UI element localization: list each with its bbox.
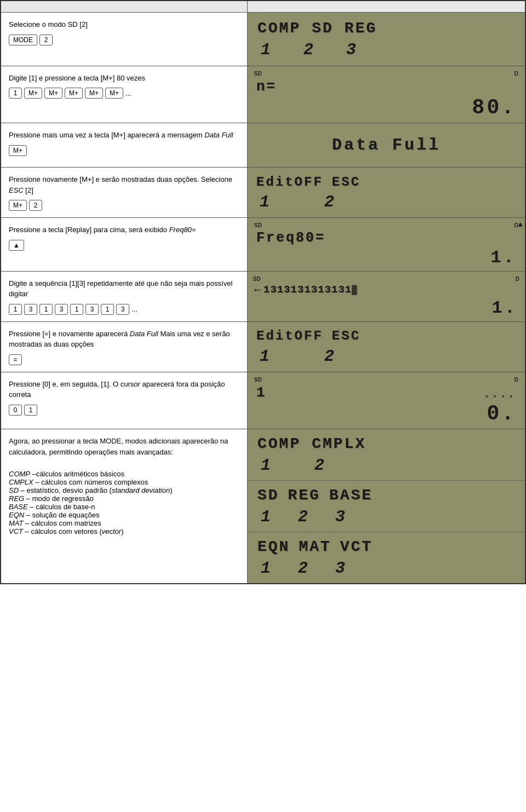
lcd-cursor-value: 0. bbox=[487, 402, 516, 425]
key-m-: M+ bbox=[24, 88, 42, 99]
proc-cell-row8: Pressione [0] e, em seguida, [1]. O curs… bbox=[1, 372, 247, 429]
proc-cell-row1: Selecione o modo SD [2]MODE2 bbox=[1, 13, 247, 66]
lcd-indicator-sd: SD bbox=[254, 71, 262, 77]
table-row-row4: Pressione novamente [M+] e serão mostrad… bbox=[1, 168, 525, 218]
lcd-dots: .... bbox=[484, 385, 516, 400]
proc-cell-row3: Pressione mais uma vez a tecla [M+] apar… bbox=[1, 123, 247, 168]
main-table: Selecione o modo SD [2]MODE2 COMP SD REG… bbox=[0, 0, 526, 584]
lcd-cursor-left: 1 bbox=[256, 385, 267, 401]
proc-mode-line: MAT – cálculos com matrizes bbox=[9, 519, 239, 527]
key-3: 3 bbox=[85, 304, 99, 315]
display-cell-row9: COMP CMPLX 1 2 SD REG BASE bbox=[247, 429, 525, 584]
key-3: 3 bbox=[55, 304, 68, 315]
lcd-item-0-1: COMP bbox=[258, 436, 301, 453]
table-row-row6: Digite a sequência [1][3] repetidamente … bbox=[1, 271, 525, 321]
lcd-num-0-1: 1 bbox=[261, 456, 271, 475]
lcd-cursor: ▓ bbox=[352, 285, 357, 295]
lcd-item-1: COMP bbox=[258, 20, 301, 37]
keys-row: 01 bbox=[9, 405, 239, 416]
lcd-num-1-3: 3 bbox=[335, 508, 345, 526]
key-up-arrow: ▲ bbox=[9, 240, 24, 251]
lcd-num-1: 1 bbox=[260, 193, 270, 211]
proc-mode-line: VCT – cálculos com vetores (vector) bbox=[9, 527, 239, 535]
lcd-arrow-left: ← bbox=[254, 284, 262, 296]
header-result bbox=[247, 1, 525, 13]
display-cell-row2: SD D n= 80. bbox=[247, 66, 525, 123]
lcd-freq80: Freq80= bbox=[256, 230, 325, 246]
lcd-item-3: REG bbox=[345, 20, 377, 37]
keys-row: = bbox=[9, 354, 239, 365]
keys-row: MODE2 bbox=[9, 34, 239, 45]
display-cell-row1: COMP SD REG 1 2 3 bbox=[247, 13, 525, 66]
lcd-num-2-2: 2 bbox=[298, 559, 308, 578]
proc-mode-line: REG – modo de regressão bbox=[9, 494, 239, 503]
proc-mode-line: BASE – cálculos de base-n bbox=[9, 503, 239, 511]
display-cell-row4: EditOFF ESC 1 2 bbox=[247, 168, 525, 218]
key-1: 1 bbox=[39, 304, 53, 315]
key-3: 3 bbox=[116, 304, 129, 315]
lcd-indicator-d: D bbox=[514, 71, 518, 77]
table-row-row9: Agora, ao pressionar a tecla MODE, modos… bbox=[1, 429, 525, 584]
display-cell-row6: SD D ← 1313131313131 ▓ 1. bbox=[247, 271, 525, 321]
lcd-item-1-2: REG bbox=[288, 487, 320, 504]
lcd-item-2: SD bbox=[312, 20, 334, 37]
key-2: 2 bbox=[29, 200, 42, 211]
proc-main-text: Pressione [=] e novamente aparecerá Data… bbox=[9, 329, 239, 350]
lcd-indicator-d: D bbox=[514, 377, 518, 383]
lcd-freq-value: 1. bbox=[491, 247, 516, 268]
lcd-num-0-2: 2 bbox=[315, 456, 324, 475]
key-m-: M+ bbox=[105, 88, 123, 99]
proc-cell-row2: Digite [1] e pressione a tecla [M+] 80 v… bbox=[1, 66, 247, 123]
proc-main-text: Selecione o modo SD [2] bbox=[9, 19, 239, 30]
key-1: 1 bbox=[9, 304, 22, 315]
key-1: 1 bbox=[24, 405, 37, 416]
key-m-: M+ bbox=[65, 88, 83, 99]
lcd-num-2-3: 3 bbox=[335, 559, 345, 578]
key--: = bbox=[9, 354, 22, 365]
lcd-esc: ESC bbox=[332, 175, 361, 189]
proc-cell-row4: Pressione novamente [M+] e serão mostrad… bbox=[1, 168, 247, 218]
lcd-num-1: 1 bbox=[261, 41, 271, 59]
proc-main-text: Pressione novamente [M+] e serão mostrad… bbox=[9, 174, 239, 195]
lcd-indicator-sd: SD bbox=[254, 377, 262, 383]
proc-mode-line: EQN – solução de equações bbox=[9, 511, 239, 519]
table-row-row8: Pressione [0] e, em seguida, [1]. O curs… bbox=[1, 372, 525, 429]
proc-mode-line: CMPLX – cálculos com números complexos bbox=[9, 478, 239, 486]
key-0: 0 bbox=[9, 405, 22, 416]
key-1: 1 bbox=[70, 304, 83, 315]
lcd-item-1-1: SD bbox=[258, 487, 279, 504]
lcd-indicator-sd: SD bbox=[253, 276, 261, 282]
keys-row: 13131313... bbox=[9, 304, 239, 315]
table-row-row5: Pressione a tecla [Replay] para cima, se… bbox=[1, 218, 525, 272]
header-procedure bbox=[1, 1, 247, 13]
table-row-row3: Pressione mais uma vez a tecla [M+] apar… bbox=[1, 123, 525, 168]
table-row-row2: Digite [1] e pressione a tecla [M+] 80 v… bbox=[1, 66, 525, 123]
lcd-num-2: 2 bbox=[324, 347, 334, 366]
lcd-num-3: 3 bbox=[346, 41, 356, 59]
lcd-editoff: EditOFF bbox=[256, 175, 323, 189]
key-2: 2 bbox=[39, 34, 53, 45]
proc-main-text: Digite a sequência [1][3] repetidamente … bbox=[9, 278, 239, 300]
proc-cell-row5: Pressione a tecla [Replay] para cima, se… bbox=[1, 218, 247, 272]
table-row-row7: Pressione [=] e novamente aparecerá Data… bbox=[1, 321, 525, 372]
keys-row: ▲ bbox=[9, 240, 239, 251]
proc-main-text: Digite [1] e pressione a tecla [M+] 80 v… bbox=[9, 73, 239, 84]
ellipsis: ... bbox=[125, 89, 132, 97]
key-m-: M+ bbox=[44, 88, 62, 99]
proc-mode-line: COMP –cálculos aritméticos básicos bbox=[9, 470, 239, 478]
key-3: 3 bbox=[24, 304, 37, 315]
ellipsis: ... bbox=[132, 305, 138, 313]
lcd-item-2-1: EQN bbox=[258, 539, 290, 556]
lcd-indicator-sd: SD bbox=[254, 222, 262, 228]
lcd-esc: ESC bbox=[332, 329, 361, 343]
proc-main-text: Pressione a tecla [Replay] para cima, se… bbox=[9, 224, 239, 235]
key-mode: MODE bbox=[9, 34, 37, 45]
lcd-seq-text: 1313131313131 bbox=[264, 284, 352, 296]
key-m-: M+ bbox=[9, 200, 27, 211]
lcd-item-2-3: VCT bbox=[340, 539, 373, 556]
lcd-editoff: EditOFF bbox=[256, 329, 323, 343]
keys-row: 1M+M+M+M+M+... bbox=[9, 88, 239, 99]
lcd-num-2: 2 bbox=[324, 193, 334, 211]
key-m-: M+ bbox=[85, 88, 103, 99]
lcd-value-80: 80. bbox=[472, 96, 516, 119]
